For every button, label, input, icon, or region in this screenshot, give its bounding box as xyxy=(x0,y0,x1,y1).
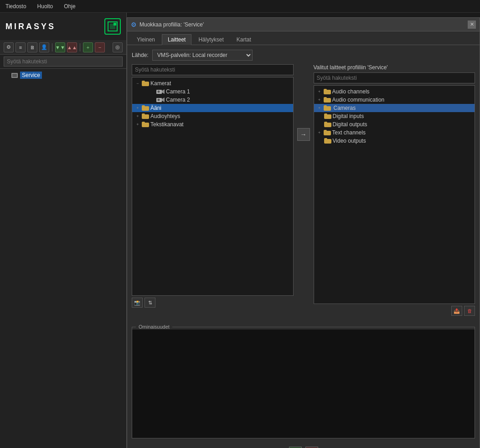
svg-rect-2 xyxy=(114,23,116,26)
svg-marker-6 xyxy=(162,89,165,94)
tab-bar: Yleinen Laitteet Hälytykset Kartat xyxy=(127,31,480,45)
right-toolbar-btn2[interactable]: 🗑 xyxy=(464,306,475,316)
expand-aani[interactable]: + xyxy=(135,105,140,111)
properties-inner xyxy=(132,330,475,438)
tree-node-camera2[interactable]: Camera 2 xyxy=(132,96,293,104)
camera-icon-1 xyxy=(156,89,165,94)
left-toolbar-btn1[interactable]: 📸 xyxy=(132,298,143,308)
right-node-video-outputs[interactable]: Video outputs xyxy=(314,137,475,145)
right-device-panel: Valitut laitteet profiiliin 'Service' + … xyxy=(314,64,475,318)
tekstikanavat-label: Tekstikanavat xyxy=(150,121,184,128)
main-dialog: ⚙ Muokkaa profiilia: 'Service' ✕ Yleinen… xyxy=(127,17,480,448)
expand-text-channels[interactable]: + xyxy=(317,130,322,135)
dialog-close-button[interactable]: ✕ xyxy=(468,21,476,29)
menu-ohje[interactable]: Ohje xyxy=(62,2,77,10)
left-tree-area: Service xyxy=(0,69,126,448)
folder-icon-cameras xyxy=(324,105,331,111)
right-node-digital-inputs[interactable]: Digital inputs xyxy=(314,112,475,120)
extra-btn[interactable]: ◎ xyxy=(113,42,123,52)
svg-rect-4 xyxy=(12,74,17,77)
left-tree-panel: − Kamerat xyxy=(132,64,294,309)
right-panel-toolbar: 📤 🗑 xyxy=(314,304,475,318)
arrow-btn-area: → xyxy=(297,64,310,141)
settings-btn[interactable]: ⚙ xyxy=(4,42,14,52)
tree-item-service[interactable]: Service xyxy=(0,71,126,80)
audio-channels-label: Audio channels xyxy=(332,88,370,95)
panels-area: − Kamerat xyxy=(132,64,475,318)
right-panel-header: Valitut laitteet profiiliin 'Service' xyxy=(314,64,475,71)
aani-label: Ääni xyxy=(150,105,161,111)
dialog-title-text: Muokkaa profiilia: 'Service' xyxy=(139,21,204,28)
source-dropdown[interactable]: VMS-palvelin: Local recorder xyxy=(152,50,253,61)
folder-icon-digital-inputs xyxy=(324,113,331,119)
user-btn[interactable]: 👤 xyxy=(39,42,49,52)
menu-bar: Tiedosto Huolto Ohje xyxy=(0,0,480,13)
properties-fieldset: Ominaisuudet xyxy=(132,324,475,438)
text-channels-label: Text channels xyxy=(332,129,366,136)
svg-marker-9 xyxy=(162,98,165,102)
dialog-title-icon: ⚙ xyxy=(131,21,137,28)
expand-audio-channels[interactable]: + xyxy=(317,89,322,94)
camera-icon-2 xyxy=(156,97,165,103)
tab-laitteet[interactable]: Laitteet xyxy=(162,34,191,45)
left-panel: MIRASYS ⚙ ≡ 🗎 👤 ▼▼ ▲▲ + − ◎ xyxy=(0,13,127,448)
left-search-input[interactable] xyxy=(4,57,123,67)
folder-icon-aani xyxy=(142,105,149,111)
expand-kamerat[interactable]: − xyxy=(135,81,140,86)
tab-halytykset[interactable]: Hälytykset xyxy=(192,34,229,45)
transfer-arrow-button[interactable]: → xyxy=(297,128,310,141)
right-panel-search[interactable] xyxy=(314,72,475,83)
camera1-label: Camera 1 xyxy=(166,88,190,95)
svg-point-10 xyxy=(158,99,160,101)
source-label: Lähde: xyxy=(132,52,149,58)
folder-icon-audio-channels xyxy=(324,88,331,95)
right-node-cameras[interactable]: + Cameras xyxy=(314,104,475,112)
remove-btn[interactable]: − xyxy=(95,42,105,52)
add-btn[interactable]: + xyxy=(83,42,93,52)
tree-node-audioyhteys[interactable]: + Audioyhteys xyxy=(132,112,293,120)
dialog-title-area: ⚙ Muokkaa profiilia: 'Service' xyxy=(131,21,204,28)
expand-cameras[interactable]: + xyxy=(317,105,322,111)
left-tree-box: − Kamerat xyxy=(132,77,294,296)
folder-icon-video-outputs xyxy=(324,138,331,144)
menu-huolto[interactable]: Huolto xyxy=(36,2,55,10)
right-node-digital-outputs[interactable]: Digital outputs xyxy=(314,120,475,129)
right-node-text-channels[interactable]: + Text channels xyxy=(314,129,475,137)
video-outputs-label: Video outputs xyxy=(333,138,366,144)
tree-node-tekstikanavat[interactable]: + Tekstikanavat xyxy=(132,120,293,129)
audio-comm-label: Audio communication xyxy=(332,97,385,103)
service-label: Service xyxy=(20,72,42,79)
folder-icon-kamerat xyxy=(142,80,149,87)
doc-btn[interactable]: 🗎 xyxy=(27,42,37,52)
audioyhteys-label: Audioyhteys xyxy=(150,113,180,119)
toolbar-sep-1 xyxy=(52,43,52,51)
collapse-btn[interactable]: ▲▲ xyxy=(67,42,77,52)
expand-audio-comm[interactable]: + xyxy=(317,97,322,103)
expand-btn[interactable]: ▼▼ xyxy=(55,42,65,52)
logo-area: MIRASYS xyxy=(0,13,126,40)
source-row: Lähde: VMS-palvelin: Local recorder xyxy=(132,50,475,61)
clipboard-btn[interactable]: ≡ xyxy=(15,42,26,52)
folder-icon-audio-comm xyxy=(324,97,331,103)
right-node-audio-communication[interactable]: + Audio communication xyxy=(314,96,475,104)
tab-yleinen[interactable]: Yleinen xyxy=(131,34,161,45)
tree-node-aani[interactable]: + Ääni xyxy=(132,104,293,112)
right-node-audio-channels[interactable]: + Audio channels xyxy=(314,88,475,96)
digital-outputs-label: Digital outputs xyxy=(333,121,367,128)
expand-audioyhteys[interactable]: + xyxy=(135,113,140,119)
folder-icon-tekstikanavat xyxy=(142,121,149,128)
left-toolbar-btn2[interactable]: ⇅ xyxy=(145,298,155,308)
menu-tiedosto[interactable]: Tiedosto xyxy=(4,2,28,10)
dialog-titlebar: ⚙ Muokkaa profiilia: 'Service' ✕ xyxy=(127,18,480,31)
camera2-label: Camera 2 xyxy=(166,97,190,103)
tree-node-kamerat[interactable]: − Kamerat xyxy=(132,79,293,88)
tab-kartat[interactable]: Kartat xyxy=(231,34,257,45)
tree-node-camera1[interactable]: Camera 1 xyxy=(132,88,293,96)
right-toolbar-btn1[interactable]: 📤 xyxy=(451,306,462,316)
left-panel-toolbar: 📸 ⇅ xyxy=(132,296,294,309)
left-panel-search[interactable] xyxy=(132,64,294,75)
expand-tekstikanavat[interactable]: + xyxy=(135,122,140,127)
folder-icon-digital-outputs xyxy=(324,121,331,128)
toolbar-sep-2 xyxy=(80,43,80,51)
dialog-footer: ✓ ✕ xyxy=(132,442,475,448)
